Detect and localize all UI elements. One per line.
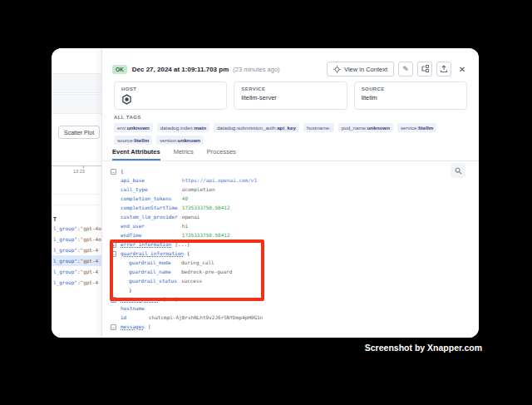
attribute-key[interactable]: hostname (121, 305, 145, 311)
trace-icon (421, 65, 429, 73)
json-punctuation: } (129, 287, 132, 293)
tab-processes[interactable]: Processes (207, 148, 236, 161)
attribute-key[interactable]: error_information (121, 241, 171, 247)
event-list: l_group":"gpt-4ol_group":"gpt-4ol_group"… (52, 223, 101, 288)
tag-value: unknown (127, 125, 150, 131)
view-in-context-label: View in Context (344, 66, 387, 73)
source-box: SOURCElitellm (354, 81, 467, 110)
attribute-value: 1735333750.50412 (182, 203, 230, 212)
event-detail-panel: OK Dec 27, 2024 at 1:09:11.703 pm (23 mi… (101, 48, 479, 338)
attribute-key[interactable]: custom_llm_provider (121, 214, 178, 220)
event-list-row[interactable]: l_group":"gpt-4 (52, 255, 101, 266)
service-label: SERVICE (241, 86, 339, 91)
event-list-row[interactable]: l_group":"gpt-4 (52, 244, 101, 255)
tag-value: api_key (277, 125, 296, 131)
event-list-row[interactable]: l_group":"gpt-4 (52, 266, 101, 277)
tag-value: unknown (367, 125, 390, 131)
host-box: HOST (114, 81, 227, 110)
attribute-key[interactable]: messages (121, 324, 145, 329)
collapse-icon[interactable]: − (111, 169, 116, 175)
attribute-key[interactable]: guardrail_name (129, 269, 171, 274)
info-boxes: HOSTSERVICElitellm-serverSOURCElitellm (114, 81, 467, 110)
status-badge: OK (112, 65, 127, 74)
all-tags-label: ALL TAGS (114, 115, 467, 120)
tag-pill[interactable]: hostname: (303, 123, 334, 132)
event-list-row[interactable]: l_group":"gpt-4o (52, 223, 101, 234)
attribute-line: −guardrail_information{ (102, 249, 479, 258)
json-punctuation: { (121, 168, 124, 174)
tag-pill[interactable]: datadog.submission_auth:api_key (214, 123, 299, 132)
export-icon (440, 65, 448, 73)
attribute-line: −messages[ (102, 322, 479, 331)
related-traces-button[interactable] (417, 62, 432, 77)
row-key-text: l_group" (53, 247, 77, 253)
axis-tick (83, 165, 84, 168)
app-window: Scatter Plot 13:23 T l_group":"gpt-4ol_g… (52, 48, 479, 338)
attribute-value: 40 (182, 194, 188, 203)
tab-event-attributes[interactable]: Event Attributes (112, 148, 160, 161)
attribute-key[interactable]: call_type (121, 186, 148, 192)
event-list-row[interactable]: l_group":"gpt-4o (52, 234, 101, 244)
divider (52, 194, 101, 195)
watermark: Screenshot by Xnapper.com (365, 343, 482, 353)
attribute-key[interactable]: id (121, 314, 126, 320)
scope-icon (333, 66, 341, 73)
attribute-key[interactable]: guardrail_information (121, 250, 184, 256)
header-actions: View in Context ✎ (327, 62, 469, 77)
tab-metrics[interactable]: Metrics (174, 148, 194, 161)
tag-pill[interactable]: version:unknown (156, 136, 204, 145)
source-label: SOURCE (362, 86, 460, 91)
attribute-key[interactable]: endTime (121, 232, 141, 238)
scatter-plot-button[interactable]: Scatter Plot (58, 126, 100, 139)
attribute-line: hostname (102, 304, 479, 313)
expand-icon[interactable]: + (111, 297, 116, 303)
attribute-value[interactable]: https://api.openai.com/v1 (182, 175, 257, 185)
all-tags-section: ALL TAGS env:unknowndatadog.index:mainda… (114, 115, 467, 145)
attribute-value: 1735333750.50412 (182, 230, 230, 240)
collapse-icon[interactable]: − (111, 324, 116, 330)
attribute-key[interactable]: end_user (121, 223, 145, 229)
background-control-block (52, 73, 101, 93)
attribute-value: bedrock-pre-guard (181, 267, 232, 276)
relative-time: (23 minutes ago) (233, 66, 279, 73)
edit-button[interactable]: ✎ (398, 62, 413, 77)
attribute-key[interactable]: hidden_params (121, 296, 160, 302)
row-value-text: :"gpt-4 (77, 247, 98, 253)
row-value-text: :"gpt-4o (77, 236, 101, 242)
row-value-text: :"gpt-4o (77, 225, 101, 231)
json-punctuation: { (187, 250, 190, 256)
tag-pill[interactable]: datadog.index:main (157, 123, 209, 132)
host-label: HOST (121, 86, 219, 91)
close-button[interactable]: ✕ (456, 62, 469, 77)
attribute-json-tree: −{api_basehttps://api.openai.com/v1call_… (102, 166, 479, 338)
export-button[interactable] (436, 62, 451, 77)
row-key-text: l_group" (53, 236, 77, 242)
view-in-context-button[interactable]: View in Context (327, 62, 394, 77)
attribute-key[interactable]: guardrail_mode (129, 259, 171, 265)
row-value-text: :"gpt-4 (77, 258, 98, 264)
tag-pill[interactable]: pod_name:unknown (338, 123, 393, 132)
attribute-value: hi (182, 221, 188, 230)
attribute-value: chatcmpl-AjBrxhNLht9v2J6rSNYDmp4pH0G1n (149, 313, 263, 322)
event-header: OK Dec 27, 2024 at 1:09:11.703 pm (23 mi… (112, 62, 469, 77)
source-value: litellm (362, 94, 460, 101)
attribute-line: +error_information[...] (102, 240, 479, 249)
row-key-text: l_group" (53, 258, 77, 264)
expand-icon[interactable]: + (111, 242, 116, 248)
tag-pill[interactable]: service:litellm (397, 123, 436, 132)
attribute-key[interactable]: guardrail_status (129, 278, 177, 284)
attribute-key[interactable]: completionStartTime (121, 205, 178, 210)
collapse-icon[interactable]: − (111, 251, 116, 257)
event-list-header: T (53, 216, 57, 222)
tag-pill[interactable]: source:litellm (114, 136, 152, 145)
tag-pill[interactable]: env:unknown (114, 123, 153, 132)
attribute-line: guardrail_namebedrock-pre-guard (102, 267, 479, 276)
search-attributes-button[interactable] (451, 163, 466, 178)
service-box: SERVICElitellm-server (234, 81, 347, 110)
host-value (121, 94, 219, 105)
attribute-line: idchatcmpl-AjBrxhNLht9v2J6rSNYDmp4pH0G1n (102, 313, 479, 322)
event-list-row[interactable]: l_group":"gpt-4 (52, 277, 101, 288)
row-value-text: :"gpt-4 (77, 279, 98, 285)
attribute-key[interactable]: completion_tokens (121, 195, 171, 201)
attribute-key[interactable]: api_base (121, 177, 145, 183)
